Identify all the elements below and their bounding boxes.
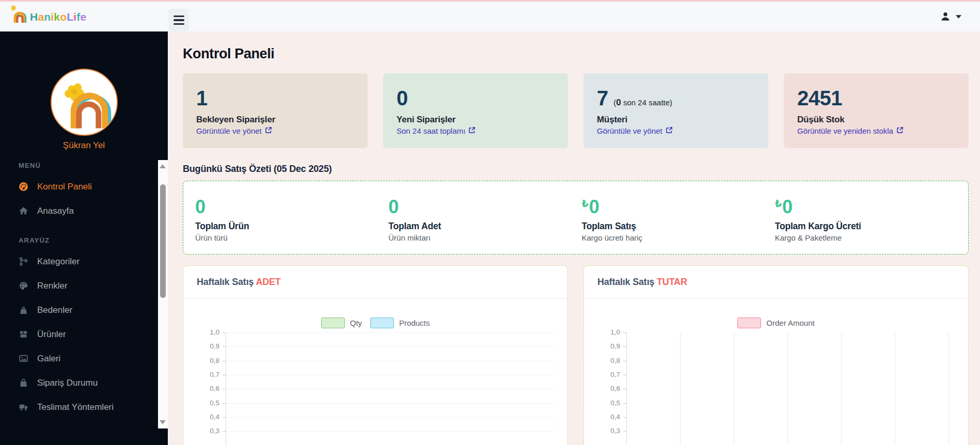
chart-plot: 1,00,90,80,70,60,50,40,3: [197, 332, 554, 445]
summary-sublabel: Kargo ücreti hariç: [582, 233, 775, 242]
sidebar-item-label: Teslimat Yöntemleri: [37, 402, 114, 412]
chart-legend: Order Amount: [597, 317, 955, 328]
main-content: Kontrol Paneli 1Bekleyen SiparişlerGörün…: [168, 31, 980, 445]
sidebar-item-anasayfa[interactable]: Anasayfa: [19, 199, 168, 223]
stat-suffix: (0 son 24 saatte): [613, 98, 672, 107]
legend-swatch: [737, 317, 761, 328]
y-tick-label: 1,0: [597, 328, 620, 336]
chevron-down-icon: [956, 15, 961, 19]
summary-label: Toplam Ürün: [195, 221, 388, 232]
stat-card-low-stock: 2451Düşük StokGörüntüle ve yeniden stokl…: [784, 73, 969, 148]
scrollbar-up-arrow[interactable]: [160, 164, 166, 168]
legend-item-order-amount[interactable]: Order Amount: [737, 317, 814, 328]
sidebar-item-label: Anasayfa: [37, 206, 74, 216]
summary-value: 0: [388, 198, 581, 216]
chart-title: Haftalık Satış ADET: [197, 277, 281, 288]
chart-legend: QtyProducts: [197, 317, 554, 328]
sidebar-item-label: Ürünler: [37, 329, 66, 340]
logo-text: HanikoLife: [30, 11, 86, 23]
stat-label: Düşük Stok: [797, 115, 955, 125]
legend-item-products[interactable]: Products: [370, 317, 430, 328]
stat-cards-row: 1Bekleyen SiparişlerGörüntüle ve yönet0Y…: [183, 73, 969, 148]
home-icon: [19, 206, 28, 216]
sidebar-item-ürünler[interactable]: Ürünler: [19, 322, 168, 346]
products-icon: [19, 329, 28, 339]
sidebar-item-kontrol-paneli[interactable]: Kontrol Paneli: [19, 174, 168, 199]
summary-value: ₺0: [775, 198, 968, 216]
sidebar-item-galeri[interactable]: Galeri: [19, 346, 168, 371]
sidebar-item-label: Kategoriler: [37, 257, 80, 267]
stat-value: 0: [397, 87, 555, 109]
scrollbar-thumb[interactable]: [160, 184, 166, 298]
sidebar-item-label: Sipariş Durumu: [37, 378, 98, 388]
stat-card-new-orders: 0Yeni SiparişlerSon 24 saat toplamı: [383, 73, 568, 148]
stat-link-new-orders[interactable]: Son 24 saat toplamı: [397, 126, 555, 135]
summary-label: Toplam Adet: [388, 221, 581, 232]
stat-value: 2451: [797, 87, 955, 109]
gallery-icon: [19, 354, 28, 363]
sizes-icon: [19, 305, 28, 315]
summary-label: Toplam Kargo Ücreti: [775, 221, 968, 232]
y-tick-label: 0,8: [597, 357, 620, 364]
summary-sublabel: Kargo & Paketleme: [775, 233, 968, 242]
stat-label: Yeni Siparişler: [397, 115, 555, 125]
sidebar-toggle-button[interactable]: [168, 9, 189, 31]
legend-item-qty[interactable]: Qty: [321, 317, 362, 328]
avatar: [51, 69, 118, 136]
charts-row: Haftalık Satış ADETQtyProducts1,00,90,80…: [183, 265, 969, 445]
scrollbar-down-arrow[interactable]: [160, 420, 166, 424]
chart-header: Haftalık Satış ADET: [183, 266, 567, 299]
y-tick-label: 0,4: [597, 413, 620, 421]
chart-body: Order Amount1,00,90,80,70,60,50,40,3: [584, 299, 968, 445]
summary-value: 0: [195, 198, 388, 216]
sidebar-item-bedenler[interactable]: Bedenler: [19, 298, 168, 322]
y-tick-label: 0,7: [597, 371, 620, 378]
categories-icon: [19, 257, 28, 266]
truck-icon: [19, 402, 28, 412]
sidebar-item-sipariş-durumu[interactable]: Sipariş Durumu: [19, 371, 168, 395]
stat-link-pending-orders[interactable]: Görüntüle ve yönet: [196, 126, 354, 135]
sidebar-item-teslimat-yöntemleri[interactable]: Teslimat Yöntemleri: [19, 395, 168, 419]
chart-body: QtyProducts1,00,90,80,70,60,50,40,3: [183, 299, 567, 445]
legend-swatch: [321, 317, 345, 328]
y-tick-label: 0,4: [197, 413, 219, 421]
topbar: ✱ HanikoLife: [0, 0, 980, 31]
user-icon: [940, 11, 951, 22]
summary-item-toplam-satış: ₺0Toplam SatışKargo ücreti hariç: [582, 198, 775, 254]
sidebar: Şükran Yel MENÜKontrol PaneliAnasayfaARA…: [0, 31, 168, 445]
sidebar-profile: Şükran Yel: [0, 31, 168, 151]
currency-symbol: ₺: [775, 198, 782, 209]
page-title: Kontrol Paneli: [183, 46, 969, 62]
legend-swatch: [370, 317, 394, 328]
sidebar-item-label: Kontrol Paneli: [37, 182, 92, 192]
sidebar-scrollbar[interactable]: [158, 160, 168, 428]
daily-summary-card: 0Toplam ÜrünÜrün türü0Toplam AdetÜrün mi…: [183, 181, 969, 255]
stat-value: 7 (0 son 24 saatte): [597, 87, 755, 109]
stat-card-customers: 7 (0 son 24 saatte)MüşteriGörüntüle ve y…: [583, 73, 768, 148]
daily-summary-heading: Bugünkü Satış Özeti (05 Dec 2025): [183, 164, 969, 174]
sidebar-item-label: Galeri: [37, 354, 60, 364]
user-menu-button[interactable]: [940, 11, 961, 22]
y-tick-label: 0,6: [197, 385, 219, 392]
stat-value: 1: [196, 87, 354, 109]
y-tick-label: 0,8: [197, 357, 219, 364]
app-logo[interactable]: ✱ HanikoLife: [0, 10, 86, 23]
y-tick-label: 0,5: [197, 399, 219, 407]
external-link-icon: [468, 126, 476, 135]
sidebar-item-label: Bedenler: [37, 305, 72, 315]
stat-link-customers[interactable]: Görüntüle ve yönet: [597, 126, 755, 135]
sidebar-item-label: Renkler: [37, 281, 68, 291]
summary-sublabel: Ürün türü: [195, 233, 388, 242]
sidebar-item-kategoriler[interactable]: Kategoriler: [19, 249, 168, 274]
y-tick-label: 0,9: [597, 342, 620, 350]
user-name: Şükran Yel: [0, 140, 168, 151]
stat-card-pending-orders: 1Bekleyen SiparişlerGörüntüle ve yönet: [183, 73, 368, 148]
currency-symbol: ₺: [582, 198, 589, 209]
y-tick-label: 1,0: [197, 328, 219, 336]
chart-header: Haftalık Satış TUTAR: [584, 266, 968, 299]
stat-link-low-stock[interactable]: Görüntüle ve yeniden stokla: [797, 126, 955, 135]
y-tick-label: 0,3: [597, 427, 620, 435]
logo-flower-icon: ✱: [10, 4, 17, 13]
summary-item-toplam-ürün: 0Toplam ÜrünÜrün türü: [195, 198, 388, 254]
sidebar-item-renkler[interactable]: Renkler: [19, 274, 168, 298]
